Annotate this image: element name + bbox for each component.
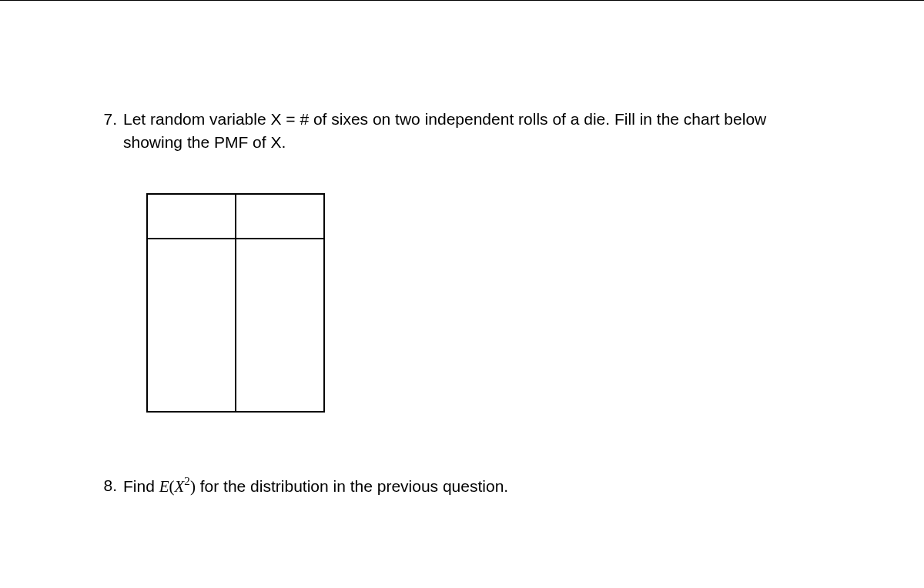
table-body-cell (147, 239, 236, 412)
table-body-cell (236, 239, 324, 412)
question-text-8: Find E(X2) for the distribution in the p… (123, 474, 824, 498)
math-expectation-E: E (159, 477, 169, 496)
question-text-7: Let random variable X = # of sixes on tw… (123, 108, 824, 155)
document-content: 7. Let random variable X = # of sixes on… (0, 0, 924, 498)
math-variable-X: X (175, 477, 185, 496)
math-superscript-2: 2 (184, 475, 190, 487)
math-paren-close: ) (190, 477, 196, 496)
table-row (147, 194, 324, 239)
table-header-cell (147, 194, 236, 239)
table-header-cell (236, 194, 324, 239)
question-number-8: 8. (100, 474, 123, 498)
question-number-7: 7. (100, 108, 123, 155)
pmf-table (146, 193, 325, 413)
text-after: for the distribution in the previous que… (196, 477, 508, 495)
page-top-border (0, 0, 924, 1)
question-7: 7. Let random variable X = # of sixes on… (100, 108, 824, 155)
math-paren-open: ( (169, 477, 175, 496)
pmf-table-container (146, 193, 824, 413)
question-8: 8. Find E(X2) for the distribution in th… (100, 474, 824, 498)
text-before: Find (123, 477, 159, 495)
table-row (147, 239, 324, 412)
